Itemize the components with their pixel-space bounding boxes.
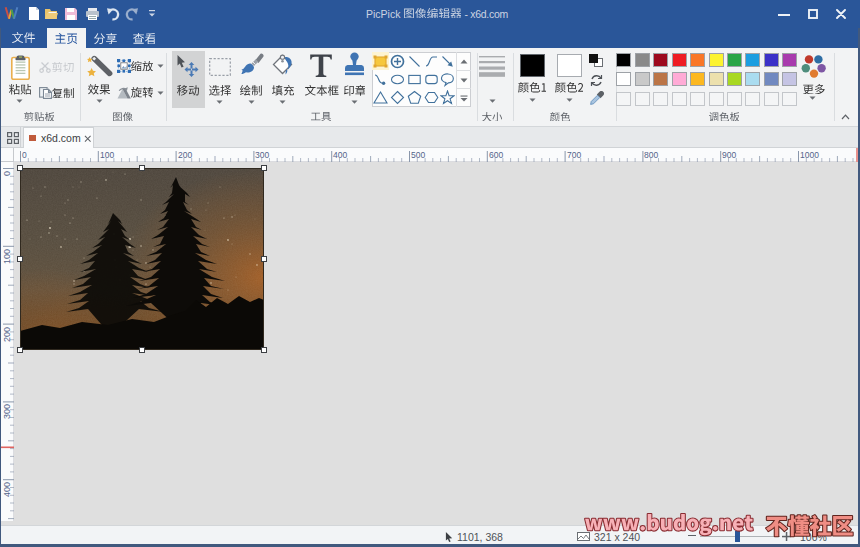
svg-text:200: 200 [2, 327, 12, 342]
svg-text:300: 300 [2, 404, 12, 419]
svg-text:100: 100 [2, 249, 12, 264]
svg-text:400: 400 [2, 482, 12, 497]
svg-text:0: 0 [2, 171, 12, 176]
